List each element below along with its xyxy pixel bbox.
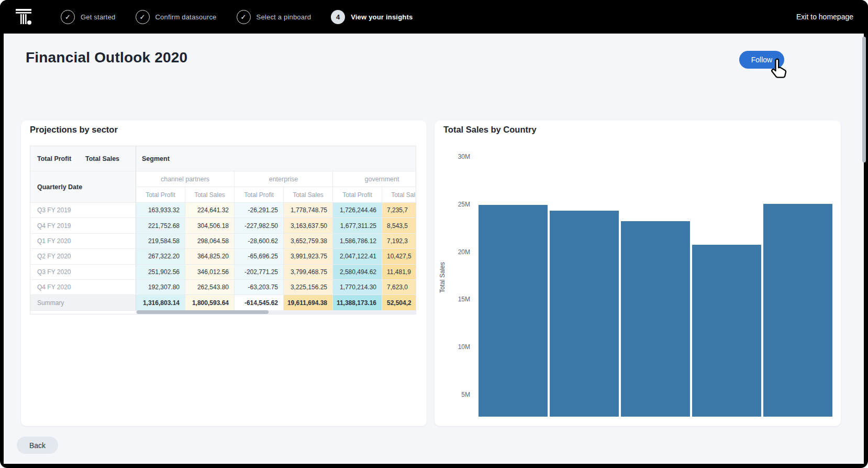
table-cell: 224,641.32 [185, 203, 235, 218]
measure-chip-total-sales[interactable]: Total Sales [79, 155, 127, 162]
measure-column-header[interactable]: Total Profit [235, 187, 284, 203]
measure-header-row: Total ProfitTotal SalesTotal ProfitTotal… [136, 187, 416, 203]
table-cell: 3,225,156.25 [284, 280, 333, 295]
row-dimension-header[interactable]: Quarterly Date [30, 171, 136, 203]
table-cell: 1,800,593.64 [185, 295, 235, 311]
pivot-table: Total Profit Total Sales Segment Quarter… [30, 146, 416, 314]
wizard-step-confirm-datasource[interactable]: ✓Confirm datasource [136, 10, 217, 24]
y-axis-tick-label: 15M [435, 296, 470, 303]
table-cell: 1,586,786.12 [333, 234, 382, 249]
table-cell: 2,047,122.41 [333, 249, 382, 264]
table-cell: 10,427,5 [382, 249, 416, 264]
measure-column-header[interactable]: Total Profit [333, 187, 382, 203]
table-row: Q4 FY 2019221,752.68304,506.18-227,982.5… [30, 218, 416, 233]
wizard-step-get-started[interactable]: ✓Get started [61, 10, 116, 24]
back-button[interactable]: Back [17, 437, 58, 454]
table-row: Q2 FY 2020267,322.20364,825.20-65,696.25… [30, 249, 416, 264]
chart-bar[interactable] [621, 221, 690, 417]
table-cell: 1,726,244.46 [333, 203, 382, 218]
table-cell: 2,580,494.62 [333, 265, 382, 280]
table-cell: 3,799,468.75 [284, 265, 333, 280]
table-cell: 304,506.18 [185, 218, 235, 233]
wizard-steps: ✓Get started✓Confirm datasource✓Select a… [61, 10, 413, 24]
measure-column-header[interactable]: Total Sales [284, 187, 333, 203]
page-title: Financial Outlook 2020 [26, 49, 187, 66]
table-cell: 251,902.56 [136, 265, 185, 280]
y-axis-tick-label: 10M [435, 343, 470, 351]
table-horizontal-scrollbar-thumb[interactable] [137, 310, 269, 314]
chart-y-axis-label: Total Sales [439, 262, 446, 293]
measure-column-header[interactable]: Total Sales [382, 187, 416, 203]
step-number: 4 [331, 10, 345, 24]
table-cell: 7,623,0 [382, 280, 416, 295]
table-cell: 1,677,311.25 [333, 218, 382, 233]
table-cell: 1,778,748.75 [284, 203, 333, 218]
segment-group-header-channel-partners[interactable]: channel partners [136, 171, 235, 187]
table-cell: 11,388,173.16 [333, 295, 382, 311]
y-axis-tick-label: 5M [435, 391, 470, 398]
wizard-step-view-your-insights[interactable]: 4View your insights [331, 10, 413, 24]
measure-chip-total-profit[interactable]: Total Profit [30, 155, 79, 162]
wizard-step-label: Get started [81, 13, 116, 21]
table-cell: 52,504,2 [382, 295, 416, 311]
check-icon: ✓ [237, 10, 251, 24]
table-row: Q3 FY 2019163,933.32224,641.32-26,291.25… [30, 203, 416, 218]
table-cell: -65,696.25 [235, 249, 284, 264]
table-cell: 192,307.80 [136, 280, 185, 295]
chart-bar[interactable] [550, 211, 619, 417]
table-cell: -63,203.75 [235, 280, 284, 295]
pivot-corner-measures[interactable]: Total Profit Total Sales [30, 146, 136, 171]
row-label: Q4 FY 2019 [30, 218, 136, 233]
segment-column-header[interactable]: Segment [136, 146, 416, 171]
measure-column-header[interactable]: Total Profit [136, 187, 185, 203]
wizard-step-select-a-pinboard[interactable]: ✓Select a pinboard [237, 10, 311, 24]
pivot-table-body: Q3 FY 2019163,933.32224,641.32-26,291.25… [30, 203, 416, 311]
table-cell: 11,481,9 [382, 265, 416, 280]
table-cell: -28,600.62 [235, 234, 284, 249]
measure-column-header[interactable]: Total Sales [185, 187, 235, 203]
table-cell: -202,771.25 [235, 265, 284, 280]
page-body: Financial Outlook 2020 Follow Projection… [4, 34, 864, 464]
table-cell: 364,825.20 [185, 249, 235, 264]
row-label: Q3 FY 2019 [30, 203, 136, 218]
table-horizontal-scrollbar [136, 310, 416, 314]
row-label: Q2 FY 2020 [30, 249, 136, 264]
row-label: Q3 FY 2020 [30, 265, 136, 280]
table-row: Q4 FY 2020192,307.80262,543.80-63,203.75… [30, 280, 416, 295]
wizard-step-label: View your insights [351, 13, 413, 21]
table-row: Q1 FY 2020219,584.58298,064.58-28,600.62… [30, 234, 416, 249]
exit-to-homepage-link[interactable]: Exit to homepage [796, 13, 853, 21]
chart-bar[interactable] [692, 245, 761, 417]
y-axis-tick-label: 20M [435, 248, 470, 256]
table-cell: 19,611,694.38 [284, 295, 333, 311]
table-cell: 267,322.20 [136, 249, 185, 264]
follow-button[interactable]: Follow [739, 51, 784, 69]
total-sales-chart-card: Total Sales by Country Total Sales 30M25… [435, 121, 841, 426]
chart-bar[interactable] [763, 204, 832, 417]
table-cell: 163,933.32 [136, 203, 185, 218]
check-icon: ✓ [136, 10, 150, 24]
table-cell: 221,752.68 [136, 218, 185, 233]
table-cell: 3,163,637.50 [284, 218, 333, 233]
app-window: ✓Get started✓Confirm datasource✓Select a… [0, 0, 868, 468]
table-cell: 1,316,803.14 [136, 295, 185, 311]
segment-group-header-enterprise[interactable]: enterprise [235, 171, 333, 187]
segment-group-header-government[interactable]: government [333, 171, 416, 187]
table-cell: 219,584.58 [136, 234, 185, 249]
row-label: Summary [30, 295, 136, 311]
table-cell: 7,235,7 [382, 203, 416, 218]
check-icon: ✓ [61, 10, 75, 24]
projections-card-title: Projections by sector [30, 125, 118, 135]
table-cell: -227,982.50 [235, 218, 284, 233]
summary-row: Summary1,316,803.141,800,593.64-614,545.… [30, 295, 416, 311]
page-vertical-scrollbar-thumb[interactable] [862, 37, 866, 162]
thoughtspot-logo-icon [15, 6, 34, 27]
row-label: Q4 FY 2020 [30, 280, 136, 295]
projections-card: Projections by sector Total Profit Total… [21, 121, 427, 426]
chart-title: Total Sales by Country [443, 125, 537, 135]
table-cell: -26,291.25 [235, 203, 284, 218]
table-cell: 3,652,759.38 [284, 234, 333, 249]
row-label: Q1 FY 2020 [30, 234, 136, 249]
table-cell: 262,543.80 [185, 280, 235, 295]
chart-bar[interactable] [478, 205, 548, 417]
